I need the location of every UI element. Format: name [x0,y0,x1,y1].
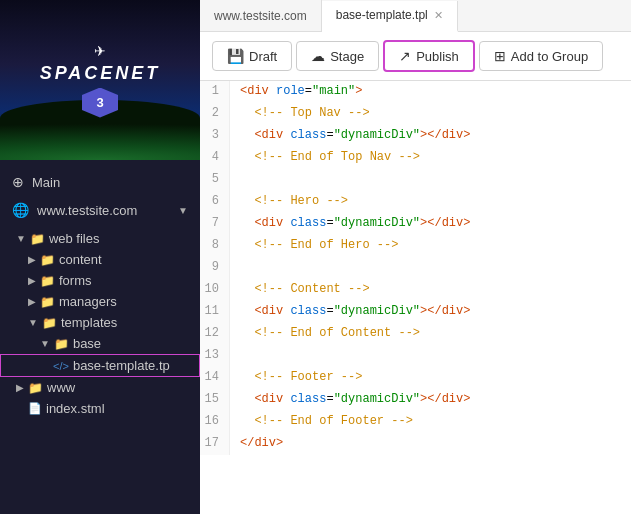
publish-button[interactable]: ↗ Publish [383,40,475,72]
code-line-12: 12 <!-- End of Content --> [200,323,631,345]
tabs-bar: www.testsite.com base-template.tpl ✕ [200,0,631,32]
code-line-9: 9 [200,257,631,279]
stage-label: Stage [330,49,364,64]
tree-item-forms[interactable]: ▶ 📁 forms [0,270,200,291]
stage-icon: ☁ [311,48,325,64]
line-content: </div> [230,433,283,455]
line-content: <!-- End of Content --> [230,323,420,345]
arrow-icon: ▶ [28,275,36,286]
sidebar-nav: ⊕ Main 🌐 www.testsite.com ▼ ▼ 📁 web file… [0,160,200,514]
code-line-10: 10 <!-- Content --> [200,279,631,301]
file-icon: 📄 [28,402,42,415]
folder-icon: 📁 [40,274,55,288]
line-number: 11 [200,301,230,323]
line-number: 2 [200,103,230,125]
tree-item-index[interactable]: 📄 index.stml [0,398,200,419]
line-number: 4 [200,147,230,169]
draft-button[interactable]: 💾 Draft [212,41,292,71]
line-content: <!-- End of Top Nav --> [230,147,420,169]
code-line-2: 2 <!-- Top Nav --> [200,103,631,125]
publish-label: Publish [416,49,459,64]
line-content [230,169,240,191]
arrow-icon: ▼ [16,233,26,244]
sidebar: ✈ SPACENET 3 ⊕ Main 🌐 www.testsite.com ▼… [0,0,200,514]
code-line-6: 6 <!-- Hero --> [200,191,631,213]
logo-text: ✈ SPACENET 3 [40,43,161,118]
code-line-8: 8 <!-- End of Hero --> [200,235,631,257]
tree-label: www [47,380,75,395]
brand-name: SPACENET [40,63,161,84]
line-number: 13 [200,345,230,367]
tree-item-webfiles[interactable]: ▼ 📁 web files [0,228,200,249]
code-line-5: 5 [200,169,631,191]
add-group-icon: ⊞ [494,48,506,64]
tree-label: base [73,336,101,351]
line-number: 10 [200,279,230,301]
tree-label: managers [59,294,117,309]
line-content: <!-- End of Hero --> [230,235,398,257]
draft-icon: 💾 [227,48,244,64]
line-content: <!-- Footer --> [230,367,362,389]
add-group-button[interactable]: ⊞ Add to Group [479,41,603,71]
line-content: <div role="main"> [230,81,362,103]
main-icon: ⊕ [12,174,24,190]
folder-icon: 📁 [40,253,55,267]
tree-label: content [59,252,102,267]
line-number: 14 [200,367,230,389]
tree-label: web files [49,231,100,246]
site-label: www.testsite.com [37,203,137,218]
tree-label: base-template.tp [73,358,170,373]
line-content: <!-- Content --> [230,279,370,301]
line-content: <div class="dynamicDiv"></div> [230,301,470,323]
tab-template[interactable]: base-template.tpl ✕ [322,1,458,32]
stage-button[interactable]: ☁ Stage [296,41,379,71]
line-content: <!-- End of Footer --> [230,411,413,433]
add-group-label: Add to Group [511,49,588,64]
rocket-icon: ✈ [40,43,161,59]
line-number: 16 [200,411,230,433]
folder-icon: 📁 [28,381,43,395]
arrow-icon: ▼ [40,338,50,349]
file-tree: ▼ 📁 web files ▶ 📁 content ▶ 📁 forms ▶ 📁 … [0,224,200,423]
line-content [230,345,240,367]
line-number: 3 [200,125,230,147]
code-line-3: 3 <div class="dynamicDiv"></div> [200,125,631,147]
line-number: 12 [200,323,230,345]
tab-template-label: base-template.tpl [336,8,428,22]
arrow-icon: ▶ [28,254,36,265]
line-content: <div class="dynamicDiv"></div> [230,213,470,235]
chevron-down-icon: ▼ [178,205,188,216]
tab-site-label: www.testsite.com [214,9,307,23]
folder-icon: 📁 [54,337,69,351]
line-content [230,257,240,279]
logo-badge: 3 [82,88,118,118]
line-content: <!-- Hero --> [230,191,348,213]
tree-label: forms [59,273,92,288]
tree-item-base-template[interactable]: </> base-template.tp [0,354,200,377]
code-line-14: 14 <!-- Footer --> [200,367,631,389]
publish-icon: ↗ [399,48,411,64]
tree-item-templates[interactable]: ▼ 📁 templates [0,312,200,333]
arrow-icon: ▶ [16,382,24,393]
line-number: 8 [200,235,230,257]
tree-label: templates [61,315,117,330]
sidebar-item-site[interactable]: 🌐 www.testsite.com ▼ [0,196,200,224]
sidebar-item-main[interactable]: ⊕ Main [0,168,200,196]
main-content: www.testsite.com base-template.tpl ✕ 💾 D… [200,0,631,514]
tree-item-content[interactable]: ▶ 📁 content [0,249,200,270]
folder-icon: 📁 [30,232,45,246]
line-number: 5 [200,169,230,191]
line-content: <div class="dynamicDiv"></div> [230,125,470,147]
code-line-1: 1<div role="main"> [200,81,631,103]
close-tab-icon[interactable]: ✕ [434,9,443,22]
code-editor[interactable]: 1<div role="main">2 <!-- Top Nav -->3 <d… [200,81,631,514]
code-line-16: 16 <!-- End of Footer --> [200,411,631,433]
line-number: 15 [200,389,230,411]
tree-item-base[interactable]: ▼ 📁 base [0,333,200,354]
tab-site[interactable]: www.testsite.com [200,0,322,31]
line-number: 6 [200,191,230,213]
tree-item-www[interactable]: ▶ 📁 www [0,377,200,398]
tree-item-managers[interactable]: ▶ 📁 managers [0,291,200,312]
code-line-4: 4 <!-- End of Top Nav --> [200,147,631,169]
line-number: 1 [200,81,230,103]
